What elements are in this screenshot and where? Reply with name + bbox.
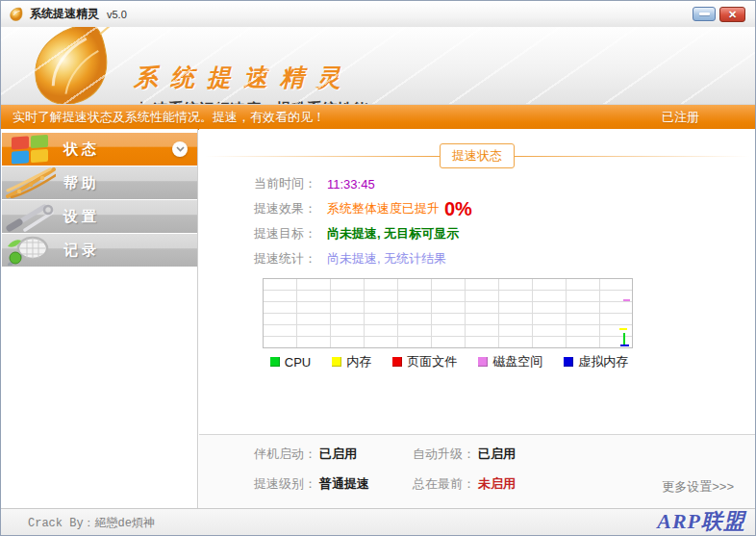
title-rule-right [515, 156, 749, 157]
footer-value-warning: 未启用 [478, 476, 516, 491]
registered-badge: 已注册 [662, 109, 699, 126]
footer-item-upgrade: 自动升级：已启用 [413, 446, 605, 463]
statusbar: Crack By：絕戀de煩神 ARP联盟 [1, 508, 755, 535]
chart-sample-virtual-memory [620, 345, 629, 346]
footer-item-level: 提速级别：普通提速 [254, 475, 413, 493]
chevron-down-icon[interactable] [172, 141, 188, 157]
row-label: 提速效果： [254, 200, 327, 217]
banner-message: 实时了解提速状态及系统性能情况。提速，有效看的见！ [13, 109, 325, 126]
header: 系统提速精灵 加速系统运行速度，提升系统性能 [1, 27, 755, 104]
tools-icon [6, 201, 56, 232]
main-content: 提速状态 当前时间： 11:33:45 提速效果： 系统整体速度已提升 0% 提… [199, 129, 755, 509]
footer-label: 伴机启动： [254, 447, 316, 461]
effect-text: 系统整体速度已提升 [327, 200, 440, 217]
legend-item-virtual-memory: 虚拟内存 [564, 353, 628, 370]
row-speedup-stats: 提速统计： 尚未提速, 无统计结果 [254, 246, 472, 271]
sidebar: 状态 帮助 [1, 129, 198, 509]
sidebar-item-label: 记录 [63, 242, 100, 260]
title-rule-left [205, 156, 440, 157]
window-version: v5.0 [107, 9, 127, 20]
sidebar-item-label: 帮助 [63, 174, 100, 192]
sidebar-menu: 状态 帮助 [1, 133, 197, 267]
footer-value: 已启用 [319, 447, 357, 461]
crack-by-text: Crack By：絕戀de煩神 [28, 515, 155, 531]
sidebar-item-label: 状态 [63, 140, 100, 159]
chart-legend: CPU 内存 页面文件 磁盘空间 虚拟内存 [238, 353, 661, 370]
window-title: 系统提速精灵 [30, 6, 99, 22]
minimize-icon [699, 13, 710, 15]
footer-status-grid: 伴机启动：已启用 自动升级：已启用 提速级别：普通提速 总在最前：未启用 [254, 446, 605, 493]
effect-percent: 0% [444, 198, 472, 220]
row-label: 当前时间： [254, 175, 327, 192]
racket-icon [6, 235, 56, 266]
brand-title: 系统提速精灵 [134, 62, 353, 93]
row-current-time: 当前时间： 11:33:45 [254, 171, 472, 196]
section-title: 提速状态 [440, 143, 515, 168]
legend-item-cpu: CPU [270, 355, 311, 370]
app-logo-icon [9, 7, 24, 22]
legend-label: 页面文件 [407, 353, 457, 370]
legend-label: 内存 [346, 353, 371, 370]
footer-item-topmost: 总在最前：未启用 [413, 475, 605, 493]
section-title-row: 提速状态 [205, 144, 749, 167]
close-button[interactable]: ✕ [719, 7, 745, 22]
legend-label: CPU [285, 355, 311, 370]
row-label: 提速目标： [254, 225, 327, 242]
chart-sample-disk [623, 299, 630, 301]
legend-label: 虚拟内存 [578, 353, 628, 370]
footer-item-boot: 伴机启动：已启用 [254, 446, 413, 463]
more-settings-link[interactable]: 更多设置>>> [662, 478, 734, 496]
footer-value: 普通提速 [319, 476, 369, 491]
row-speedup-effect: 提速效果： 系统整体速度已提升 0% [254, 196, 472, 221]
legend-item-disk: 磁盘空间 [478, 353, 542, 370]
chart-sample-memory [619, 328, 627, 330]
sidebar-item-label: 设置 [63, 208, 100, 226]
current-time-value: 11:33:45 [327, 177, 375, 191]
legend-item-memory: 内存 [332, 353, 371, 370]
legend-label: 磁盘空间 [492, 353, 542, 370]
footer-panel: 伴机启动：已启用 自动升级：已启用 提速级别：普通提速 总在最前：未启用 更多设… [199, 435, 755, 509]
sidebar-item-records[interactable]: 记录 [2, 234, 197, 267]
footer-label: 提速级别： [254, 476, 316, 491]
target-text: 尚未提速, 无目标可显示 [327, 225, 459, 242]
legend-swatch [270, 357, 280, 367]
footer-value: 已启用 [478, 447, 516, 461]
minimize-button[interactable] [693, 7, 716, 21]
sidebar-item-status[interactable]: 状态 [2, 133, 197, 166]
stats-text: 尚未提速, 无统计结果 [327, 250, 446, 268]
legend-swatch [564, 357, 573, 367]
wheat-icon [6, 167, 56, 198]
brand-drop-logo-icon [14, 27, 130, 104]
app-window: 系统提速精灵 v5.0 ✕ 系统提速精灵 加速系统运行速度，提升系统性能 [0, 0, 756, 536]
sidebar-item-help[interactable]: 帮助 [2, 166, 197, 199]
window-controls: ✕ [693, 7, 745, 22]
arp-watermark: ARP联盟 [657, 507, 745, 536]
performance-chart [263, 278, 633, 348]
legend-swatch [392, 357, 402, 367]
sidebar-item-settings[interactable]: 设置 [2, 200, 197, 233]
info-banner: 实时了解提速状态及系统性能情况。提速，有效看的见！ 已注册 [1, 104, 755, 130]
legend-item-pagefile: 页面文件 [392, 353, 457, 370]
legend-swatch [332, 357, 341, 367]
status-info: 当前时间： 11:33:45 提速效果： 系统整体速度已提升 0% 提速目标： … [254, 171, 472, 271]
footer-label: 总在最前： [413, 476, 475, 491]
windows-logo-icon [6, 134, 56, 165]
legend-swatch [478, 357, 488, 367]
footer-label: 自动升级： [413, 447, 475, 461]
row-speedup-target: 提速目标： 尚未提速, 无目标可显示 [254, 221, 472, 246]
row-label: 提速统计： [254, 250, 327, 268]
titlebar[interactable]: 系统提速精灵 v5.0 ✕ [1, 1, 755, 28]
